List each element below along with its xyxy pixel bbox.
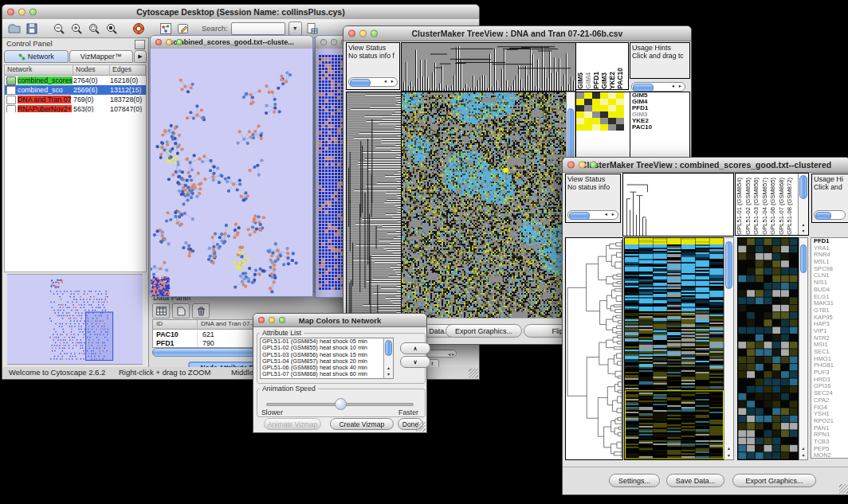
close-button[interactable] xyxy=(567,162,575,169)
row-dendrogram[interactable] xyxy=(346,92,402,322)
window-controls[interactable] xyxy=(348,30,378,37)
scroll-up-arrow[interactable]: ▴ xyxy=(384,365,393,371)
new-attribute-button[interactable] xyxy=(172,303,190,318)
close-button[interactable] xyxy=(320,39,327,45)
scrollbar-arrows[interactable]: ◂ ▸ xyxy=(384,78,395,84)
col-edges[interactable]: Edges xyxy=(110,65,146,75)
column-labels-scrollbar[interactable]: ▴ ▾ xyxy=(798,174,808,235)
column-label[interactable]: YKE2 xyxy=(608,72,616,89)
column-label[interactable]: GPL51-08 (GSM872) xyxy=(786,178,795,235)
minimize-button[interactable] xyxy=(359,30,367,37)
zoom-selected-button[interactable] xyxy=(87,21,101,36)
col-id[interactable]: ID xyxy=(153,320,198,329)
column-label[interactable]: GPL51-04 (GSM857) xyxy=(761,178,770,235)
tab-network[interactable]: Network xyxy=(4,50,69,63)
view-status-scrollbar[interactable]: ◂ ▸ xyxy=(348,77,398,87)
column-label[interactable]: GPL51-02 (GSM855) xyxy=(744,178,753,235)
open-session-button[interactable] xyxy=(7,21,22,36)
close-button[interactable] xyxy=(258,317,265,323)
main-title-bar[interactable]: Cytoscape Desktop (Session Name: collins… xyxy=(2,5,479,20)
scroll-down-arrow[interactable]: ▾ xyxy=(799,452,807,459)
network-table-row[interactable]: combined_scores2764(0)16218(0) xyxy=(5,76,146,85)
scrollbar-arrows[interactable]: ◂ ▸ xyxy=(605,211,616,217)
minimize-button[interactable] xyxy=(166,39,172,45)
treeview2-title-bar[interactable]: ClusterMaker TreeView : combined_scores_… xyxy=(563,158,848,173)
resize-grip[interactable] xyxy=(416,422,426,432)
save-data-button[interactable]: Save Data... xyxy=(666,474,724,487)
scrollbar-thumb[interactable] xyxy=(725,241,732,289)
zoom-fit-button[interactable] xyxy=(104,21,119,36)
save-session-button[interactable] xyxy=(25,21,39,36)
global-heatmap[interactable] xyxy=(401,92,567,322)
scroll-up-arrow[interactable]: ▴ xyxy=(799,221,808,228)
window-controls[interactable] xyxy=(7,9,37,16)
network-list-header[interactable]: Network Nodes Edges xyxy=(5,65,146,76)
minimize-button[interactable] xyxy=(331,39,337,45)
zoom-heatmap[interactable] xyxy=(576,92,624,131)
scroll-down-arrow[interactable]: ▾ xyxy=(799,228,808,234)
animate-vizmap-button[interactable]: Animate Vizmap xyxy=(264,418,321,430)
minimize-button[interactable] xyxy=(579,162,586,169)
network-cluster-view[interactable] xyxy=(151,49,312,296)
scrollbar-thumb[interactable] xyxy=(633,84,654,92)
scrollbar-thumb[interactable] xyxy=(800,244,807,273)
column-label[interactable]: PFD1 xyxy=(592,72,600,89)
column-label[interactable]: GPL51-07 (GSM868) xyxy=(778,178,787,235)
scroll-down-arrow[interactable]: ▾ xyxy=(724,452,733,459)
resize-grip[interactable] xyxy=(469,369,478,378)
resize-grip[interactable] xyxy=(839,484,848,494)
window-controls[interactable] xyxy=(155,39,183,45)
column-label[interactable]: PAC10 xyxy=(616,68,624,89)
attribute-list[interactable]: GPL51-01 (GSM854) heat shock 05 minGPL51… xyxy=(260,338,394,379)
export-graphics-button[interactable]: Export Graphics... xyxy=(446,324,522,338)
column-label[interactable]: GIM5 xyxy=(576,72,584,89)
network-view-1-title-bar[interactable]: combined_scores_good.txt--cluste... xyxy=(151,36,312,49)
gene-label[interactable]: MON2 xyxy=(811,452,848,459)
move-down-button[interactable]: ∨ xyxy=(400,356,430,368)
global-heatmap[interactable] xyxy=(624,237,724,460)
scrollbar-arrows[interactable]: ◂ ▸ xyxy=(672,83,683,89)
minimize-button[interactable] xyxy=(18,9,26,16)
close-button[interactable] xyxy=(348,30,355,37)
scrollbar-thumb[interactable] xyxy=(569,212,590,220)
zoom-out-button[interactable] xyxy=(52,21,66,36)
dialog-title-bar[interactable]: Map Colors to Network xyxy=(253,314,426,327)
create-vizmap-button[interactable]: Create Vizmap xyxy=(330,418,394,430)
zoom-button[interactable] xyxy=(176,39,183,45)
window-controls[interactable] xyxy=(258,317,285,323)
search-input[interactable] xyxy=(231,22,285,35)
search-dropdown-button[interactable]: ▼ xyxy=(289,21,302,36)
column-dendrogram[interactable] xyxy=(622,173,734,236)
row-dendrogram[interactable] xyxy=(565,237,623,460)
view-status-scrollbar[interactable]: ◂ ▸ xyxy=(567,210,618,220)
float-panel-icon[interactable] xyxy=(135,40,145,49)
zoom-in-button[interactable] xyxy=(69,21,84,36)
column-label[interactable]: GIM3 xyxy=(600,72,608,89)
zoom-view-scrollbar[interactable]: ◂ ▸ xyxy=(631,82,685,92)
tab-vizmapper[interactable]: VizMapper™ xyxy=(69,50,134,63)
column-label[interactable]: GPL51-03 (GSM856) xyxy=(752,178,761,235)
scroll-up-arrow[interactable]: ▴ xyxy=(799,445,807,451)
slider-thumb[interactable] xyxy=(335,398,347,410)
column-label[interactable]: GPL51-06 (GSM865) xyxy=(769,178,778,235)
close-button[interactable] xyxy=(155,39,162,45)
row-label[interactable]: PAC10 xyxy=(630,124,689,131)
export-graphics-button[interactable]: Export Graphics... xyxy=(732,474,816,487)
attribute-list-scrollbar[interactable]: ▴ ▾ xyxy=(383,338,393,378)
zoom-button[interactable] xyxy=(29,9,37,16)
help-button[interactable] xyxy=(132,21,146,36)
column-label[interactable]: GPL51-01 (GSM854) xyxy=(736,178,744,235)
scrollbar-thumb[interactable] xyxy=(385,340,392,356)
tab-overflow-button[interactable]: ▶ xyxy=(134,50,147,63)
network-table-row[interactable]: DNA and Tran 07769(0)183728(0) xyxy=(5,95,146,104)
minimize-button[interactable] xyxy=(269,317,275,323)
network-table-row[interactable]: combined_sco2569(6)13112(15) xyxy=(5,85,146,95)
settings-button[interactable]: Settings... xyxy=(609,474,660,487)
zoom-button[interactable] xyxy=(371,30,378,37)
scrollbar-thumb[interactable] xyxy=(815,212,831,220)
close-button[interactable] xyxy=(7,9,14,16)
select-attributes-button[interactable] xyxy=(152,303,170,318)
treeview1-title-bar[interactable]: ClusterMaker TreeView : DNA and Tran 07-… xyxy=(344,26,691,41)
heatmap-vertical-scrollbar[interactable]: ▴ ▾ xyxy=(724,237,734,460)
scroll-up-arrow[interactable]: ▴ xyxy=(724,445,733,451)
